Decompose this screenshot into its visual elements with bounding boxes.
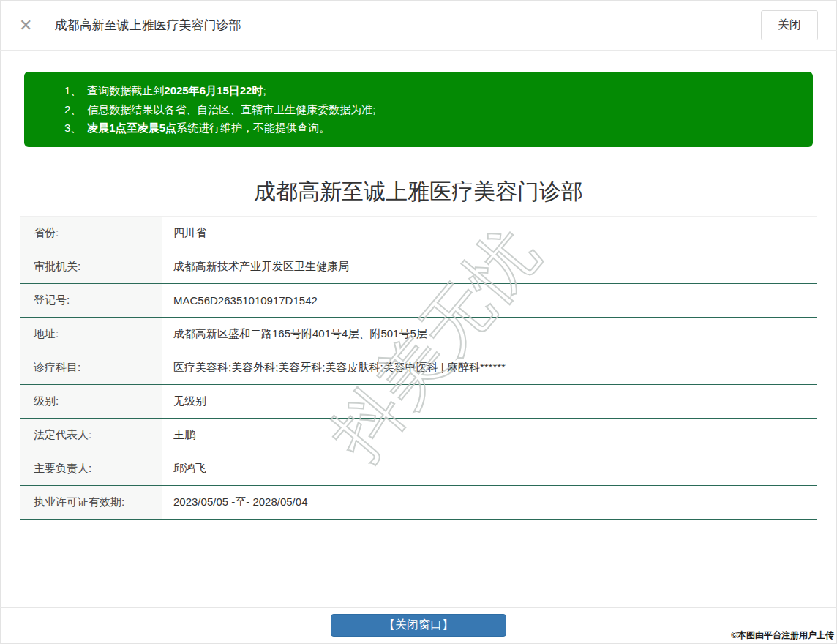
row-value: 成都高新技术产业开发区卫生健康局 <box>162 260 349 274</box>
row-label: 省份: <box>20 217 162 250</box>
notice-item-3: 3、凌晨1点至凌晨5点系统进行维护，不能提供查询。 <box>64 119 798 138</box>
notice-item-text: 系统进行维护，不能提供查询。 <box>176 121 330 134</box>
table-row-approval-authority: 审批机关: 成都高新技术产业开发区卫生健康局 <box>20 250 817 284</box>
table-row-address: 地址: 成都高新区盛和二路165号附401号4层、附501号5层 <box>20 318 817 351</box>
row-label: 地址: <box>20 318 162 351</box>
notice-item-text: ; <box>263 84 266 97</box>
notice-banner: 1、查询数据截止到2025年6月15日22时; 2、信息数据结果以各省、自治区、… <box>24 72 813 147</box>
row-value: 无级别 <box>162 394 206 408</box>
row-value: 医疗美容科;美容外科;美容牙科;美容皮肤科;美容中医科 | 麻醉科****** <box>162 361 506 375</box>
notice-item-2: 2、信息数据结果以各省、自治区、直辖市卫生健康委数据为准; <box>64 100 798 119</box>
close-window-button[interactable]: 【关闭窗口】 <box>331 614 506 637</box>
notice-item-number: 3、 <box>64 121 81 134</box>
notice-item-text: 查询数据截止到 <box>87 84 164 97</box>
table-row-province: 省份: 四川省 <box>20 217 817 250</box>
row-value: 邱鸿飞 <box>162 462 206 476</box>
row-label: 登记号: <box>20 284 162 317</box>
notice-item-bold-text: 凌晨1点至凌晨5点 <box>87 121 176 134</box>
notice-item-1: 1、查询数据截止到2025年6月15日22时; <box>64 81 798 100</box>
institution-detail-modal: ✕ 成都高新至诚上雅医疗美容门诊部 关闭 1、查询数据截止到2025年6月15日… <box>0 0 837 644</box>
table-row-level: 级别: 无级别 <box>20 385 817 419</box>
modal-footer: 【关闭窗口】 <box>0 607 837 644</box>
row-value: 四川省 <box>162 226 206 240</box>
row-label: 级别: <box>20 385 162 418</box>
notice-item-number: 2、 <box>64 103 81 116</box>
row-label: 诊疗科目: <box>20 351 162 384</box>
notice-item-number: 1、 <box>64 84 81 97</box>
modal-header: ✕ 成都高新至诚上雅医疗美容门诊部 关闭 <box>0 0 837 51</box>
row-label: 审批机关: <box>20 250 162 283</box>
row-label: 执业许可证有效期: <box>20 486 162 519</box>
table-row-legal-representative: 法定代表人: 王鹏 <box>20 419 817 452</box>
row-label: 法定代表人: <box>20 419 162 452</box>
institution-details-table: 省份: 四川省 审批机关: 成都高新技术产业开发区卫生健康局 登记号: MAC5… <box>20 216 817 520</box>
notice-item-bold-text: 2025年6月15日22时 <box>164 84 263 97</box>
modal-header-title: 成都高新至诚上雅医疗美容门诊部 <box>54 17 241 34</box>
row-value: 王鹏 <box>162 428 195 442</box>
close-x-icon[interactable]: ✕ <box>19 18 32 34</box>
table-row-medical-subjects: 诊疗科目: 医疗美容科;美容外科;美容牙科;美容皮肤科;美容中医科 | 麻醉科*… <box>20 351 817 385</box>
row-value: MAC56D26351010917D1542 <box>162 294 318 307</box>
institution-title: 成都高新至诚上雅医疗美容门诊部 <box>0 175 837 209</box>
row-label: 主要负责人: <box>20 452 162 485</box>
table-row-principal: 主要负责人: 邱鸿飞 <box>20 452 817 486</box>
notice-item-text: 信息数据结果以各省、自治区、直辖市卫生健康委数据为准; <box>87 103 375 116</box>
header-close-button[interactable]: 关闭 <box>761 10 818 40</box>
row-value: 2023/05/05 -至- 2028/05/04 <box>162 495 307 509</box>
table-row-registration-number: 登记号: MAC56D26351010917D1542 <box>20 284 817 318</box>
row-value: 成都高新区盛和二路165号附401号4层、附501号5层 <box>162 327 427 341</box>
table-row-license-validity: 执业许可证有效期: 2023/05/05 -至- 2028/05/04 <box>20 486 817 520</box>
